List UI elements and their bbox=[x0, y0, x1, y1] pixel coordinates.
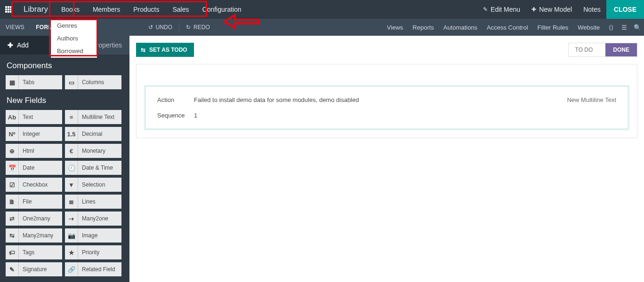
list-icon[interactable]: ☰ bbox=[618, 19, 631, 36]
field-signature[interactable]: ✎Signature bbox=[6, 262, 62, 276]
menu-members[interactable]: Members bbox=[86, 0, 127, 19]
new-model-label: New Model bbox=[539, 6, 572, 13]
field-checkbox[interactable]: ☑Checkbox bbox=[6, 178, 62, 192]
add-label: Add bbox=[17, 41, 29, 49]
form-group: Action Failed to install demo data for s… bbox=[144, 85, 629, 130]
status-done[interactable]: DONE bbox=[605, 43, 637, 56]
field-priority[interactable]: ★Priority bbox=[65, 245, 121, 259]
field-type-hint: New Multiline Text bbox=[567, 96, 616, 103]
field-text[interactable]: AbText bbox=[6, 110, 62, 124]
field-label: Image bbox=[82, 232, 121, 239]
content-area: ⇆SET AS TODO TO DO DONE Action Failed to… bbox=[129, 36, 644, 282]
field-label: Date & Time bbox=[82, 164, 121, 171]
svg-rect-8 bbox=[10, 11, 12, 13]
field-date-&-time[interactable]: 🕘Date & Time bbox=[65, 161, 121, 175]
field-monetary[interactable]: €Monetary bbox=[65, 144, 121, 158]
undo-redo-group: ↺UNDO ↻REDO bbox=[144, 22, 215, 32]
existing-fields-toggle[interactable]: Existing Fields▸ bbox=[0, 276, 129, 282]
link-automations[interactable]: Automations bbox=[439, 19, 482, 36]
apps-icon[interactable] bbox=[0, 0, 17, 19]
plus-icon: ✚ bbox=[531, 6, 536, 13]
field-selection[interactable]: ▼Selection bbox=[65, 178, 121, 192]
link-access-control[interactable]: Access Control bbox=[482, 19, 532, 36]
svg-rect-5 bbox=[10, 8, 12, 10]
field-value[interactable]: 1 bbox=[194, 112, 616, 119]
field-tags[interactable]: 🏷Tags bbox=[6, 245, 62, 259]
tab-views[interactable]: VIEWS bbox=[0, 19, 30, 36]
menu-books[interactable]: Books bbox=[55, 0, 86, 19]
field-icon: 🔗 bbox=[65, 262, 78, 276]
link-views[interactable]: Views bbox=[382, 19, 408, 36]
field-label: Signature bbox=[23, 266, 62, 273]
close-button[interactable]: CLOSE bbox=[606, 0, 644, 19]
svg-rect-3 bbox=[5, 8, 7, 10]
field-icon: 📅 bbox=[6, 161, 19, 175]
status-todo[interactable]: TO DO bbox=[569, 43, 600, 56]
field-icon: 🕘 bbox=[65, 161, 78, 175]
link-reports[interactable]: Reports bbox=[408, 19, 439, 36]
xml-icon[interactable]: ⟨⟩ bbox=[604, 19, 618, 36]
field-icon: Ab bbox=[6, 110, 19, 124]
todo-btn-label: SET AS TODO bbox=[149, 47, 187, 53]
set-as-todo-button[interactable]: ⇆SET AS TODO bbox=[136, 43, 194, 57]
app-title[interactable]: Library bbox=[17, 0, 55, 19]
undo-icon: ↺ bbox=[148, 24, 153, 31]
status-arrow bbox=[599, 43, 606, 57]
top-navbar: Library Books Members Products Sales Con… bbox=[0, 0, 644, 19]
component-icon: ▭ bbox=[65, 75, 78, 89]
field-label: Text bbox=[23, 114, 62, 120]
field-icon: ⊕ bbox=[6, 144, 19, 158]
field-icon: € bbox=[65, 144, 78, 158]
field-icon: 1.5 bbox=[65, 127, 78, 141]
topbar-right: ✎Edit Menu ✚New Model Notes CLOSE bbox=[477, 0, 644, 19]
component-tabs[interactable]: ▦Tabs bbox=[6, 75, 62, 89]
field-integer[interactable]: NºInteger bbox=[6, 127, 62, 141]
menu-products[interactable]: Products bbox=[127, 0, 166, 19]
menu-sales[interactable]: Sales bbox=[166, 0, 196, 19]
field-label: Action bbox=[157, 96, 194, 103]
components-list: ▦Tabs▭Columns bbox=[0, 75, 129, 89]
field-lines[interactable]: ≣Lines bbox=[65, 195, 121, 209]
dd-borrowed[interactable]: Borrowed bbox=[51, 45, 97, 57]
edit-menu-button[interactable]: ✎Edit Menu bbox=[477, 0, 526, 19]
new-fields-title: New Fields bbox=[0, 89, 129, 110]
notes-button[interactable]: Notes bbox=[578, 0, 606, 19]
pencil-icon: ✎ bbox=[483, 6, 488, 13]
field-html[interactable]: ⊕Html bbox=[6, 144, 62, 158]
link-filter-rules[interactable]: Filter Rules bbox=[533, 19, 573, 36]
component-columns[interactable]: ▭Columns bbox=[65, 75, 121, 89]
field-value[interactable]: Failed to install demo data for some mod… bbox=[194, 96, 567, 103]
field-label: Tags bbox=[23, 249, 62, 256]
field-related-field[interactable]: 🔗Related Field bbox=[65, 262, 121, 276]
field-label: Priority bbox=[82, 249, 121, 256]
field-decimal[interactable]: 1.5Decimal bbox=[65, 127, 121, 141]
field-many2one[interactable]: ⇢Many2one bbox=[65, 212, 121, 226]
dd-genres[interactable]: Genres bbox=[51, 19, 97, 32]
field-file[interactable]: 🗎File bbox=[6, 195, 62, 209]
field-icon: Nº bbox=[6, 127, 19, 141]
divider bbox=[179, 23, 179, 32]
new-model-button[interactable]: ✚New Model bbox=[526, 0, 578, 19]
undo-label: UNDO bbox=[156, 24, 172, 31]
field-one2many[interactable]: ⇄One2many bbox=[6, 212, 62, 226]
content-toolbar: ⇆SET AS TODO TO DO DONE bbox=[136, 42, 637, 57]
link-website[interactable]: Website bbox=[573, 19, 604, 36]
field-label: Sequence bbox=[157, 112, 194, 119]
field-multiline-text[interactable]: ≡Multiline Text bbox=[65, 110, 121, 124]
field-label: Many2many bbox=[23, 232, 62, 239]
field-icon: ★ bbox=[65, 245, 78, 259]
field-date[interactable]: 📅Date bbox=[6, 161, 62, 175]
field-many2many[interactable]: ⇆Many2many bbox=[6, 228, 62, 243]
field-label: File bbox=[23, 198, 62, 205]
status-bar: TO DO DONE bbox=[568, 43, 637, 57]
main: ✚Add Properties Components ▦Tabs▭Columns… bbox=[0, 36, 644, 282]
redo-button[interactable]: ↻REDO bbox=[181, 22, 215, 32]
field-image[interactable]: 📷Image bbox=[65, 228, 121, 243]
field-label: Integer bbox=[23, 131, 62, 137]
field-label: Decimal bbox=[82, 131, 121, 137]
undo-button[interactable]: ↺UNDO bbox=[144, 22, 177, 32]
dd-authors[interactable]: Authors bbox=[51, 32, 97, 45]
field-label: Selection bbox=[82, 181, 121, 188]
search-icon[interactable]: 🔍 bbox=[631, 19, 644, 36]
redo-label: REDO bbox=[193, 24, 210, 31]
